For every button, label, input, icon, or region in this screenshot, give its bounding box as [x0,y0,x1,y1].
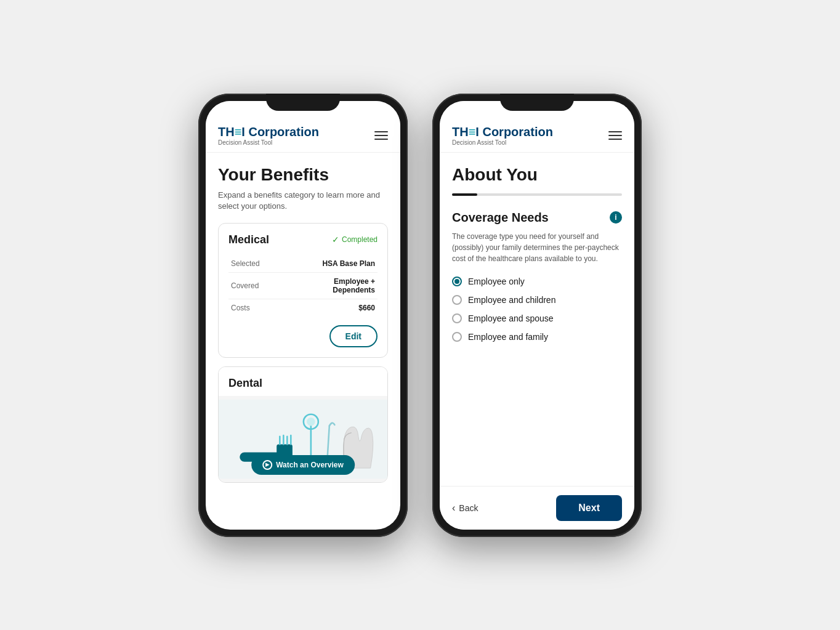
row-label-costs: Costs [228,299,296,317]
phone-2: TH≡I Corporation Decision Assist Tool Ab… [432,94,642,537]
dental-image-area: ▶ Watch an Overview [219,396,387,482]
logo-arrow-2: ≡ [469,125,476,139]
progress-bar-container [452,193,622,196]
notch-2 [500,94,574,111]
hamburger-line-6 [608,139,622,140]
row-label-covered: Covered [228,272,296,299]
row-value-covered: Employee + Dependents [296,272,378,299]
coverage-options-group: Employee only Employee and children Empl… [452,277,622,342]
page-subtitle-1: Expand a benefits category to learn more… [218,190,388,212]
watch-overview-button[interactable]: ▶ Watch an Overview [251,455,355,475]
completed-label: Completed [342,235,378,244]
play-icon: ▶ [262,460,272,470]
screen-2: TH≡I Corporation Decision Assist Tool Ab… [440,101,634,530]
page-title-1: Your Benefits [218,165,388,185]
radio-employee-only[interactable] [452,277,462,286]
table-row: Costs $660 [228,299,378,317]
row-value-selected: HSA Base Plan [296,255,378,273]
phone-1: TH≡I Corporation Decision Assist Tool Yo… [198,94,408,537]
screen-content-2: About You Coverage Needs i The coverage … [440,153,634,486]
dental-card: Dental [218,366,388,483]
logo-text-2: TH≡I Corporation [452,126,553,138]
radio-employee-family[interactable] [452,332,462,342]
logo-subtitle-2: Decision Assist Tool [452,139,553,146]
back-button[interactable]: ‹ Back [452,503,478,514]
row-value-costs: $660 [296,299,378,317]
chevron-left-icon: ‹ [452,503,455,514]
watch-label: Watch an Overview [276,461,344,469]
option-employee-only[interactable]: Employee only [452,277,622,286]
option-label-employee-family: Employee and family [468,332,548,342]
section-title-row: Coverage Needs i [452,211,622,225]
table-row: Covered Employee + Dependents [228,272,378,299]
completed-badge: ✓ Completed [332,235,378,244]
about-title: About You [452,165,622,185]
option-employee-spouse[interactable]: Employee and spouse [452,313,622,323]
logo-area-1: TH≡I Corporation Decision Assist Tool [218,126,319,146]
radio-employee-spouse[interactable] [452,313,462,323]
svg-point-9 [307,418,315,426]
coverage-needs-title: Coverage Needs [452,211,549,225]
logo-subtitle-1: Decision Assist Tool [218,139,319,146]
table-row: Selected HSA Base Plan [228,255,378,273]
back-label: Back [459,503,478,513]
option-label-employee-only: Employee only [468,277,525,286]
medical-card: Medical ✓ Completed Selected HSA Base Pl… [218,223,388,358]
option-label-employee-children: Employee and children [468,295,555,305]
radio-employee-children[interactable] [452,295,462,305]
notch-1 [266,94,340,111]
dental-card-header: Dental [219,367,387,396]
medical-card-footer: Edit [228,325,378,347]
medical-card-header: Medical ✓ Completed [228,233,378,246]
hamburger-menu-2[interactable] [608,131,622,140]
hamburger-menu-1[interactable] [374,131,388,140]
logo-arrow-1: ≡ [235,125,242,139]
option-label-employee-spouse: Employee and spouse [468,313,554,323]
bottom-bar: ‹ Back Next [440,486,634,530]
medical-info-table: Selected HSA Base Plan Covered Employee … [228,255,378,317]
row-label-selected: Selected [228,255,296,273]
info-icon[interactable]: i [610,211,622,224]
hamburger-line-3 [374,139,388,140]
progress-bar-fill [452,193,477,196]
logo-area-2: TH≡I Corporation Decision Assist Tool [452,126,553,146]
screen-content-1: Your Benefits Expand a benefits category… [206,153,400,530]
edit-button[interactable]: Edit [329,325,378,347]
logo-text-1: TH≡I Corporation [218,126,319,138]
option-employee-family[interactable]: Employee and family [452,332,622,342]
hamburger-line-4 [608,131,622,132]
dental-card-title: Dental [228,377,262,389]
next-button[interactable]: Next [556,495,622,521]
hamburger-line-5 [608,135,622,136]
coverage-needs-description: The coverage type you need for yourself … [452,231,622,264]
option-employee-children[interactable]: Employee and children [452,295,622,305]
medical-card-title: Medical [228,233,269,246]
screen-1: TH≡I Corporation Decision Assist Tool Yo… [206,101,400,530]
check-icon: ✓ [332,235,339,244]
hamburger-line-1 [374,131,388,132]
hamburger-line-2 [374,135,388,136]
